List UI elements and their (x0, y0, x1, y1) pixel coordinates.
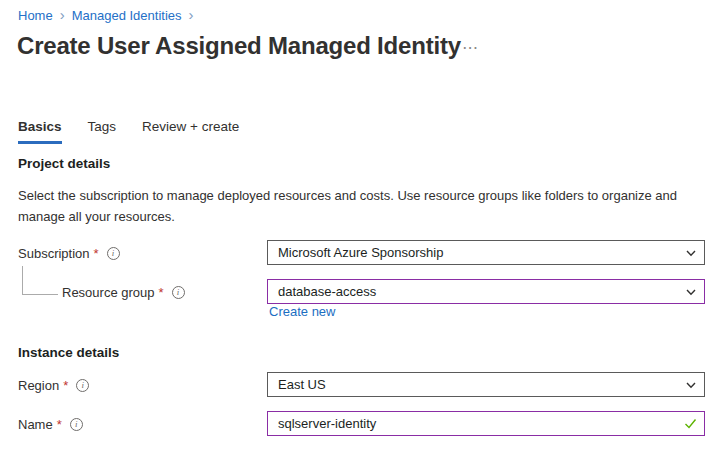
name-field (267, 411, 705, 436)
page-title: Create User Assigned Managed Identity (17, 32, 461, 60)
project-details-description: Select the subscription to manage deploy… (18, 185, 678, 227)
name-label: Name * (18, 417, 83, 432)
chevron-down-icon[interactable] (678, 379, 704, 391)
project-details-heading: Project details (18, 156, 110, 171)
chevron-right-icon (189, 7, 194, 23)
resource-group-dropdown[interactable]: database-access (267, 279, 705, 304)
required-asterisk: * (63, 378, 68, 393)
chevron-right-icon (60, 7, 65, 23)
tab-review-create[interactable]: Review + create (142, 119, 239, 144)
subscription-label-text: Subscription (18, 246, 90, 261)
info-icon[interactable] (107, 247, 120, 260)
chevron-down-icon[interactable] (678, 247, 704, 259)
tab-bar: Basics Tags Review + create (18, 119, 265, 144)
info-icon[interactable] (76, 379, 89, 392)
required-asterisk: * (57, 417, 62, 432)
breadcrumb: Home Managed Identities (18, 7, 201, 23)
resource-group-label: Resource group * (62, 285, 185, 300)
name-label-text: Name (18, 417, 53, 432)
subscription-label: Subscription * (18, 246, 120, 261)
name-input[interactable] (268, 412, 676, 435)
required-asterisk: * (94, 246, 99, 261)
required-asterisk: * (159, 285, 164, 300)
info-icon[interactable] (172, 286, 185, 299)
create-managed-identity-page: Home Managed Identities Create User Assi… (0, 0, 718, 450)
subscription-dropdown[interactable]: Microsoft Azure Sponsorship (267, 240, 705, 265)
valid-check-icon (676, 417, 704, 430)
tab-tags[interactable]: Tags (88, 119, 117, 144)
create-new-link[interactable]: Create new (269, 304, 335, 319)
ellipsis-icon[interactable] (458, 36, 483, 59)
instance-details-heading: Instance details (18, 345, 119, 360)
region-label-text: Region (18, 378, 59, 393)
info-icon[interactable] (70, 418, 83, 431)
resource-group-label-text: Resource group (62, 285, 155, 300)
breadcrumb-link-home[interactable]: Home (18, 8, 53, 23)
subscription-dropdown-value: Microsoft Azure Sponsorship (268, 245, 678, 260)
resource-group-dropdown-value: database-access (268, 284, 678, 299)
chevron-down-icon[interactable] (678, 286, 704, 298)
breadcrumb-link-managed-identities[interactable]: Managed Identities (72, 8, 182, 23)
region-dropdown[interactable]: East US (267, 372, 705, 397)
region-label: Region * (18, 378, 89, 393)
region-dropdown-value: East US (268, 377, 678, 392)
tab-basics[interactable]: Basics (18, 119, 62, 144)
hierarchy-connector-line (22, 266, 58, 295)
